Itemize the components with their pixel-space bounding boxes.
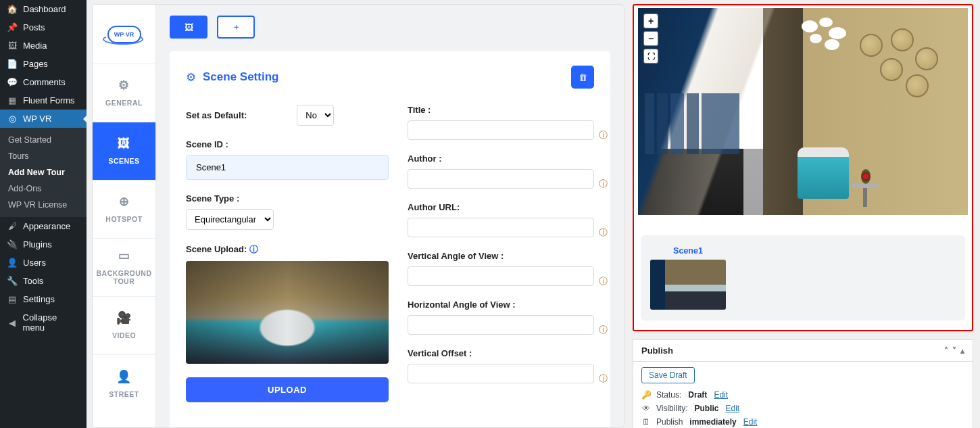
current-scene-tab[interactable]: 🖼 [170, 16, 207, 39]
media-icon: 🖼 [7, 41, 18, 51]
nav-general[interactable]: ⚙ GENERAL [93, 64, 155, 122]
minus-icon: − [648, 33, 654, 44]
publish-title: Publish [641, 346, 673, 356]
publish-value: immediately [689, 417, 736, 427]
calendar-icon: 🗓 [641, 417, 651, 427]
info-icon: ⓘ [599, 324, 608, 336]
vr-icon: ◎ [7, 114, 18, 124]
menu-fluent-forms-label: Fluent Forms [23, 95, 75, 105]
strip-scene-thumbnail[interactable] [650, 260, 726, 310]
info-icon: ⓘ [599, 178, 608, 190]
fullscreen-button[interactable]: ⛶ [643, 49, 658, 64]
menu-dashboard[interactable]: 🏠Dashboard [0, 0, 87, 18]
image-icon: 🖼 [118, 137, 130, 151]
menu-fluent-forms[interactable]: ▦Fluent Forms [0, 91, 87, 110]
info-icon: ⓘ [599, 373, 608, 385]
move-up-button[interactable]: ˄ [944, 346, 948, 356]
pin-icon: 📌 [7, 22, 18, 32]
submenu-license[interactable]: WP VR License [0, 197, 87, 213]
nav-scenes[interactable]: 🖼 SCENES [93, 122, 155, 181]
info-icon: ⓘ [599, 275, 608, 287]
add-scene-button[interactable]: ＋ [217, 16, 255, 39]
brush-icon: 🖌 [7, 221, 18, 231]
scene-id-input[interactable] [186, 155, 389, 180]
edit-publish-link[interactable]: Edit [743, 417, 758, 427]
nav-street[interactable]: 👤 STREET [93, 355, 155, 413]
nav-scenes-label: SCENES [108, 157, 139, 166]
image-icon: 🖼 [185, 22, 193, 32]
visibility-label: Visibility: [656, 404, 687, 413]
author-url-label: Author URL: [408, 202, 594, 212]
strip-scene-label: Scene1 [673, 246, 703, 256]
toggle-box-button[interactable]: ▴ [960, 346, 964, 356]
info-icon: ⓘ [249, 244, 258, 254]
scene-id-label: Scene ID : [186, 139, 389, 149]
fullscreen-icon: ⛶ [647, 52, 655, 60]
info-icon: ⓘ [599, 129, 608, 141]
menu-tools[interactable]: 🔧Tools [0, 272, 87, 290]
zoom-out-button[interactable]: − [643, 31, 658, 46]
voff-input[interactable] [408, 364, 594, 383]
submenu-add-new-tour[interactable]: Add New Tour [0, 164, 87, 181]
submenu-get-started[interactable]: Get Started [0, 132, 87, 148]
delete-scene-button[interactable]: 🗑 [571, 66, 594, 89]
wp-vr-submenu: Get Started Tours Add New Tour Add-Ons W… [0, 128, 87, 217]
collapse-icon: ◀ [7, 318, 18, 328]
nav-hotspot[interactable]: ⊕ HOTSPOT [93, 181, 155, 239]
nav-general-label: GENERAL [105, 99, 143, 108]
scene-type-select[interactable]: Equirectangular [186, 209, 274, 230]
voff-label: Vertical Offset : [408, 348, 594, 358]
nav-street-label: STREET [109, 390, 139, 399]
vaov-input[interactable] [408, 266, 594, 286]
key-icon: 🔑 [641, 390, 651, 400]
publish-label: Publish [656, 417, 683, 427]
author-input[interactable] [408, 169, 594, 189]
menu-wp-vr[interactable]: ◎WP VR [0, 110, 87, 128]
menu-tools-label: Tools [23, 276, 43, 286]
menu-pages[interactable]: 📄Pages [0, 55, 87, 73]
menu-users[interactable]: 👤Users [0, 254, 87, 272]
menu-settings[interactable]: ▤Settings [0, 290, 87, 308]
nav-video[interactable]: 🎥 VIDEO [93, 297, 155, 355]
author-url-input[interactable] [408, 218, 594, 237]
eye-icon: 👁 [641, 404, 651, 413]
set-default-label: Set as Default: [186, 110, 247, 120]
menu-settings-label: Settings [23, 294, 55, 304]
author-label: Author : [408, 153, 594, 164]
plus-icon: ＋ [232, 21, 241, 33]
menu-appearance[interactable]: 🖌Appearance [0, 217, 87, 235]
plus-icon: + [648, 16, 654, 26]
menu-comments[interactable]: 💬Comments [0, 73, 87, 91]
nav-bg-tour-label: BACKGROUND TOUR [93, 269, 155, 286]
menu-dashboard-label: Dashboard [23, 4, 66, 14]
title-input[interactable] [408, 120, 594, 140]
nav-background-tour[interactable]: ▭ BACKGROUND TOUR [93, 239, 155, 297]
plug-icon: 🔌 [7, 239, 18, 249]
menu-collapse[interactable]: ◀Collapse menu [0, 308, 87, 337]
haov-input[interactable] [408, 315, 594, 335]
save-draft-button[interactable]: Save Draft [641, 367, 695, 383]
menu-plugins[interactable]: 🔌Plugins [0, 235, 87, 254]
edit-status-link[interactable]: Edit [714, 390, 728, 400]
publish-metabox: Publish ˄ ˅ ▴ Save Draft 🔑 Status: Draft… [633, 339, 973, 428]
upload-button[interactable]: UPLOAD [186, 377, 389, 402]
scene-toolbar: 🖼 ＋ [170, 16, 610, 39]
edit-visibility-link[interactable]: Edit [725, 404, 739, 413]
scene-upload-label: Scene Upload: ⓘ [186, 243, 389, 256]
haov-label: Horizontal Angle of View : [408, 300, 594, 310]
status-value: Draft [688, 390, 707, 400]
pages-icon: 📄 [7, 59, 18, 69]
menu-posts[interactable]: 📌Posts [0, 18, 87, 37]
gear-icon: ⚙ [118, 78, 130, 93]
nav-video-label: VIDEO [112, 331, 136, 340]
scene-strip: Scene1 [641, 235, 965, 320]
set-default-select[interactable]: No [297, 105, 334, 126]
menu-posts-label: Posts [23, 22, 45, 32]
menu-media[interactable]: 🖼Media [0, 37, 87, 55]
status-label: Status: [656, 390, 681, 400]
submenu-tours[interactable]: Tours [0, 148, 87, 164]
submenu-addons[interactable]: Add-Ons [0, 181, 87, 197]
move-down-button[interactable]: ˅ [952, 346, 956, 356]
panorama-viewer[interactable]: + − ⛶ [638, 8, 968, 215]
zoom-in-button[interactable]: + [643, 14, 658, 28]
